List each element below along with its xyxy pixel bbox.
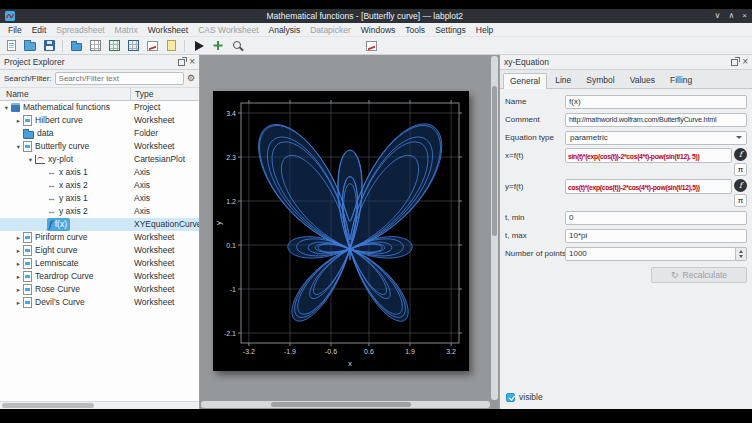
minimize-button[interactable]: ∨ bbox=[715, 12, 721, 20]
insert-function-button[interactable]: f bbox=[734, 179, 747, 192]
toolbar-save-project[interactable] bbox=[40, 38, 58, 54]
expander-icon[interactable]: ▸ bbox=[14, 257, 23, 270]
insert-function-button[interactable]: f bbox=[734, 148, 747, 161]
tree-row-butterfly-curve[interactable]: ▾Butterfly curve Worksheet bbox=[0, 140, 199, 153]
plot-svg[interactable]: -3.2-1.9-0.60.61.93.23.42.31.20.1-1-2.1x… bbox=[213, 91, 469, 371]
expander-icon[interactable]: ▸ bbox=[14, 114, 23, 127]
titlebar[interactable]: Mathematical functions - [Butterfly curv… bbox=[0, 9, 752, 23]
tree-column-header[interactable]: Name Type bbox=[0, 88, 199, 101]
svg-text:2.3: 2.3 bbox=[226, 154, 236, 161]
tmin-field[interactable] bbox=[565, 211, 747, 225]
points-field[interactable] bbox=[565, 247, 736, 261]
tree-row-lemniscate[interactable]: ▸Lemniscate Worksheet bbox=[0, 257, 199, 270]
name-field[interactable] bbox=[565, 95, 747, 109]
column-type[interactable]: Type bbox=[130, 88, 199, 101]
worksheet-hscrollbar[interactable] bbox=[201, 401, 490, 408]
menu-cas-worksheet: CAS Worksheet bbox=[193, 23, 263, 37]
expander-icon[interactable]: ▸ bbox=[14, 231, 23, 244]
scrollbar-thumb[interactable] bbox=[492, 86, 497, 236]
filter-options-icon[interactable]: ⚙ bbox=[187, 74, 195, 83]
float-panel-icon[interactable] bbox=[178, 59, 185, 66]
menu-analysis[interactable]: Analysis bbox=[264, 23, 306, 37]
tab-symbol[interactable]: Symbol bbox=[579, 72, 621, 88]
tab-values[interactable]: Values bbox=[623, 72, 662, 88]
tree-row-data[interactable]: data Folder bbox=[0, 127, 199, 140]
column-name[interactable]: Name bbox=[6, 88, 29, 101]
float-panel-icon[interactable] bbox=[731, 59, 738, 66]
worksheet-view[interactable]: -3.2-1.9-0.60.61.93.23.42.31.20.1-1-2.1x… bbox=[200, 55, 499, 409]
expander-icon[interactable]: ▾ bbox=[14, 140, 23, 153]
tree-row-fx-selected[interactable]: f(x) XYEquationCurve bbox=[0, 218, 199, 231]
menu-windows[interactable]: Windows bbox=[356, 23, 400, 37]
close-button[interactable]: × bbox=[742, 12, 747, 20]
worksheet-vscrollbar[interactable] bbox=[491, 56, 498, 400]
main-area: Project Explorer × Search/Filter: ⚙ Name… bbox=[0, 55, 752, 409]
tree-row-x-axis-1[interactable]: x axis 1 Axis bbox=[0, 166, 199, 179]
toolbar-new-matrix[interactable] bbox=[124, 38, 142, 54]
insert-constant-button[interactable]: π bbox=[734, 163, 747, 176]
comment-field[interactable] bbox=[565, 113, 747, 127]
project-icon bbox=[11, 103, 20, 112]
maximize-button[interactable]: ∧ bbox=[728, 12, 734, 20]
expander-icon[interactable]: ▸ bbox=[14, 244, 23, 257]
toolbar-export-worksheet[interactable] bbox=[362, 38, 380, 54]
toolbar-new-spreadsheet[interactable] bbox=[105, 38, 123, 54]
toolbar-new-worksheet[interactable] bbox=[143, 38, 161, 54]
tree-row-project[interactable]: ▾Mathematical functions Project bbox=[0, 101, 199, 114]
menu-settings[interactable]: Settings bbox=[430, 23, 471, 37]
x-equation-field[interactable]: sin(t)*(exp(cos(t))-2*cos(4*t)-pow(sin(t… bbox=[565, 148, 732, 163]
toolbar-new-note[interactable] bbox=[162, 38, 180, 54]
menu-datapicker: Datapicker bbox=[305, 23, 356, 37]
toolbar-new-workbook[interactable] bbox=[86, 38, 104, 54]
equation-type-dropdown[interactable]: parametric bbox=[565, 131, 747, 145]
expander-icon[interactable]: ▾ bbox=[26, 153, 35, 166]
insert-constant-button[interactable]: π bbox=[734, 194, 747, 207]
toolbar-new-folder[interactable] bbox=[67, 38, 85, 54]
svg-text:1.9: 1.9 bbox=[405, 348, 415, 355]
tree-row-y-axis-1[interactable]: y axis 1 Axis bbox=[0, 192, 199, 205]
tree-row-teardrop-curve[interactable]: ▸Teardrop Curve Worksheet bbox=[0, 270, 199, 283]
tree-row-y-axis-2[interactable]: y axis 2 Axis bbox=[0, 205, 199, 218]
datapicker-icon bbox=[213, 41, 222, 50]
expander-icon[interactable]: ▾ bbox=[2, 101, 11, 114]
toolbar-zoom[interactable] bbox=[227, 38, 245, 54]
tree-item-label: Hilbert curve bbox=[35, 114, 83, 127]
expander-icon[interactable]: ▸ bbox=[14, 270, 23, 283]
spin-down-icon[interactable] bbox=[739, 255, 743, 258]
worksheet-icon bbox=[23, 271, 32, 282]
menu-file[interactable]: File bbox=[3, 23, 27, 37]
tab-filling[interactable]: Filling bbox=[663, 72, 699, 88]
scrollbar-thumb[interactable] bbox=[271, 402, 411, 407]
tree-row-rose-curve[interactable]: ▸Rose Curve Worksheet bbox=[0, 283, 199, 296]
toolbar-open-project[interactable] bbox=[21, 38, 39, 54]
spin-up-icon[interactable] bbox=[739, 250, 743, 253]
window-title: Mathematical functions - [Butterfly curv… bbox=[15, 11, 715, 21]
tree-row-devils-curve[interactable]: ▸Devil's Curve Worksheet bbox=[0, 296, 199, 309]
toolbar-new-datapicker[interactable] bbox=[208, 38, 226, 54]
tab-general[interactable]: General bbox=[503, 73, 547, 89]
tree-row-hilbert-curve[interactable]: ▸Hilbert curve Worksheet bbox=[0, 114, 199, 127]
explorer-hscrollbar[interactable] bbox=[0, 401, 199, 409]
tree-row-xy-plot[interactable]: ▾xy-plot CartesianPlot bbox=[0, 153, 199, 166]
search-input[interactable] bbox=[55, 72, 184, 85]
y-equation-field[interactable]: cos(t)*(exp(cos(t))-2*cos(4*t)-pow(sin(t… bbox=[565, 179, 732, 194]
scrollbar-thumb[interactable] bbox=[2, 403, 94, 408]
menu-edit[interactable]: Edit bbox=[27, 23, 52, 37]
menu-tools[interactable]: Tools bbox=[400, 23, 430, 37]
close-panel-icon[interactable]: × bbox=[189, 57, 195, 67]
tree-row-eight-curve[interactable]: ▸Eight curve Worksheet bbox=[0, 244, 199, 257]
menu-worksheet[interactable]: Worksheet bbox=[143, 23, 193, 37]
worksheet-plot[interactable]: -3.2-1.9-0.60.61.93.23.42.31.20.1-1-2.1x… bbox=[213, 91, 469, 371]
tmax-field[interactable] bbox=[565, 229, 747, 243]
points-stepper[interactable] bbox=[736, 247, 747, 261]
expander-icon[interactable]: ▸ bbox=[14, 283, 23, 296]
tree-row-x-axis-2[interactable]: x axis 2 Axis bbox=[0, 179, 199, 192]
expander-icon[interactable]: ▸ bbox=[14, 296, 23, 309]
menu-help[interactable]: Help bbox=[471, 23, 498, 37]
toolbar-new-project[interactable] bbox=[2, 38, 20, 54]
toolbar-play[interactable] bbox=[189, 38, 207, 54]
close-panel-icon[interactable]: × bbox=[742, 57, 748, 67]
tree-row-piriform-curve[interactable]: ▸Piriform curve Worksheet bbox=[0, 231, 199, 244]
tab-line[interactable]: Line bbox=[548, 72, 578, 88]
visible-checkbox[interactable] bbox=[506, 393, 515, 402]
